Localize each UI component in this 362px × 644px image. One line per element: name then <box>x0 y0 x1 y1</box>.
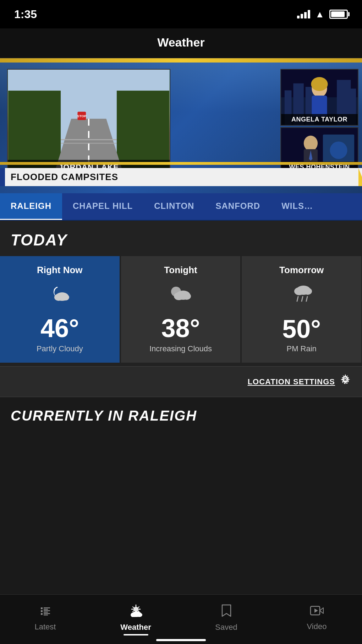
svg-marker-65 <box>314 608 318 613</box>
svg-point-34 <box>303 288 312 295</box>
svg-rect-43 <box>44 609 48 610</box>
svg-line-57 <box>138 607 139 608</box>
card-period-2: Tomorrow <box>279 265 324 276</box>
svg-marker-63 <box>320 608 323 613</box>
card-desc-0: Partly Cloudy <box>37 344 83 354</box>
nav-item-video[interactable]: Video <box>272 601 362 631</box>
svg-rect-48 <box>44 613 50 614</box>
tab-clinton[interactable]: CLINTON <box>143 193 205 220</box>
tab-sanford[interactable]: SANFORD <box>205 193 271 220</box>
svg-rect-49 <box>44 615 48 616</box>
svg-rect-17 <box>312 96 327 117</box>
svg-line-55 <box>133 607 134 608</box>
anchor1-name: ANGELA TAYLOR <box>281 114 358 125</box>
svg-point-33 <box>294 287 304 295</box>
svg-point-30 <box>174 292 184 300</box>
wifi-icon: ▲ <box>315 9 324 20</box>
nav-item-saved[interactable]: Saved <box>181 600 272 632</box>
card-temp-0: 46° <box>40 315 79 341</box>
nav-label-video: Video <box>307 622 327 631</box>
tab-wilson[interactable]: WILS… <box>271 193 324 220</box>
headline-text: FLOODED CAMPSITES <box>11 172 118 182</box>
anchor-panel-top: ANGELA TAYLOR <box>280 69 358 126</box>
svg-point-61 <box>137 613 142 617</box>
svg-point-31 <box>182 293 191 300</box>
weather-card-tomorrow: Tomorrow 50° PM Rain <box>242 256 361 363</box>
svg-point-27 <box>62 294 69 301</box>
nav-item-weather[interactable]: Weather <box>90 600 181 632</box>
today-title: TODAY <box>11 231 67 249</box>
signal-icon <box>297 10 310 18</box>
svg-line-35 <box>297 297 298 301</box>
svg-point-50 <box>133 607 138 612</box>
svg-line-36 <box>302 297 303 301</box>
currently-section: CURRENTLY IN RALEIGH <box>0 397 362 431</box>
app-title: Weather <box>157 36 205 49</box>
nav-item-latest[interactable]: Latest <box>0 600 90 632</box>
location-settings-button[interactable]: LOCATION SETTINGS <box>248 377 335 386</box>
anchor-panels: ANGELA TAYLOR WES HOH <box>280 69 358 175</box>
weather-icon-1 <box>168 282 193 309</box>
weather-card-right-now: Right Now 46° Partly Cloudy <box>0 256 120 363</box>
weather-cards: Right Now 46° Partly Cloudy Tonight <box>0 256 362 366</box>
tab-chapel-hill[interactable]: CHAPEL HILL <box>62 193 143 220</box>
svg-text:STOP: STOP <box>77 114 87 118</box>
headline-bar: FLOODED CAMPSITES <box>0 168 362 186</box>
nav-label-saved: Saved <box>215 623 237 632</box>
status-time: 1:35 <box>14 8 37 21</box>
location-settings-bar: LOCATION SETTINGS <box>0 366 362 397</box>
anchor-panel-bottom: WES HOHENSTEIN <box>280 127 358 173</box>
svg-point-21 <box>330 141 347 159</box>
phone-frame: 1:35 ▲ Weather <box>0 0 362 644</box>
currently-title: CURRENTLY IN RALEIGH <box>11 408 197 423</box>
svg-rect-46 <box>44 612 48 613</box>
svg-rect-45 <box>44 610 50 611</box>
today-header: TODAY <box>0 221 362 256</box>
card-desc-2: PM Rain <box>287 344 317 354</box>
saved-icon <box>221 604 232 620</box>
weather-icon-0 <box>47 282 72 309</box>
battery-icon <box>329 10 348 19</box>
gear-icon[interactable] <box>339 374 351 389</box>
svg-line-58 <box>133 611 134 612</box>
latest-icon <box>39 605 51 619</box>
card-temp-2: 50° <box>282 316 321 342</box>
video-banner[interactable]: STOP JORDAN LAKE <box>0 58 362 193</box>
location-tabs: RALEIGH CHAPEL HILL CLINTON SANFORD WILS… <box>0 193 362 221</box>
app-header: Weather <box>0 28 362 58</box>
card-temp-1: 38° <box>161 315 200 341</box>
nav-label-weather: Weather <box>120 623 151 632</box>
video-icon <box>310 605 324 619</box>
svg-rect-41 <box>41 607 43 609</box>
svg-rect-47 <box>41 613 43 615</box>
svg-point-22 <box>304 136 318 151</box>
svg-rect-42 <box>44 607 50 608</box>
card-period-1: Tonight <box>164 265 197 276</box>
card-desc-1: Increasing Clouds <box>149 344 212 354</box>
status-icons: ▲ <box>297 9 348 20</box>
status-bar: 1:35 ▲ <box>0 0 362 28</box>
home-indicator <box>156 639 206 641</box>
main-video-thumbnail[interactable]: STOP JORDAN LAKE <box>7 69 170 175</box>
nav-label-latest: Latest <box>35 622 56 632</box>
svg-line-37 <box>306 297 307 301</box>
tab-raleigh[interactable]: RALEIGH <box>0 193 62 220</box>
svg-point-26 <box>54 294 63 301</box>
svg-rect-44 <box>41 610 43 612</box>
bottom-nav: Latest <box>0 594 362 644</box>
weather-nav-icon <box>129 604 143 620</box>
svg-point-18 <box>311 77 328 91</box>
weather-icon-2 <box>289 282 314 310</box>
card-period-0: Right Now <box>37 265 83 276</box>
weather-content: TODAY Right Now 46° Partly Cloudy <box>0 221 362 397</box>
nav-active-bar <box>124 634 148 635</box>
weather-card-tonight: Tonight 38° Increasing Clouds <box>121 256 241 363</box>
